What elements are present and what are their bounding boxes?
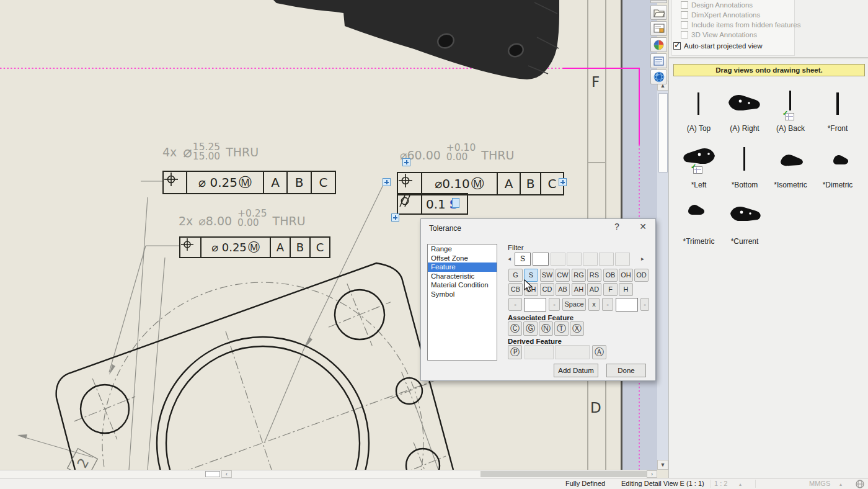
- feature-button-cd[interactable]: CD: [540, 283, 554, 296]
- view-label-trimetric[interactable]: *Trimetric: [674, 237, 724, 246]
- feature-button-f[interactable]: F: [603, 283, 618, 296]
- dimension-60[interactable]: ⌀60.00 +0.10 0.00 THRU: [400, 143, 514, 162]
- filter-scroll-left-icon[interactable]: ◄: [506, 254, 513, 265]
- checkbox-dimxpert-annotations[interactable]: DimXpert Annotations: [681, 11, 760, 19]
- x-button[interactable]: x: [588, 298, 600, 311]
- dialog-close-button[interactable]: ✕: [635, 222, 651, 231]
- feature-button-rg[interactable]: RG: [572, 269, 586, 282]
- view-thumb-isometric[interactable]: [778, 152, 805, 169]
- dash-button[interactable]: -: [549, 298, 560, 311]
- feature-button-ab[interactable]: AB: [556, 283, 570, 296]
- add-datum-button[interactable]: Add Datum: [554, 364, 598, 377]
- view-thumb-dimetric[interactable]: [831, 153, 850, 169]
- list-item-offset-zone[interactable]: Offset Zone: [428, 254, 497, 263]
- hscroll-thumb[interactable]: [480, 471, 647, 477]
- derived-circle-p-button[interactable]: Ⓟ: [508, 345, 522, 359]
- scale-dropdown-icon[interactable]: ▴: [739, 482, 742, 487]
- feature-button-h[interactable]: H: [619, 283, 633, 296]
- feature-control-frame-1[interactable]: ⌀ 0.25Ⓜ A B C: [162, 171, 336, 194]
- scroll-left-button[interactable]: ‹: [221, 470, 232, 478]
- list-item-symbol[interactable]: Symbol: [428, 290, 497, 299]
- annotation-handle[interactable]: [383, 178, 391, 186]
- checkbox-3d-view-annotations[interactable]: 3D View Annotations: [681, 31, 757, 38]
- vscroll-thumb[interactable]: [658, 93, 668, 173]
- list-item-feature-selected[interactable]: Feature: [428, 262, 497, 272]
- checkbox-include-hidden[interactable]: Include items from hidden features: [681, 21, 800, 29]
- annotation-handle[interactable]: [559, 178, 567, 186]
- view-label-back[interactable]: (A) Back: [766, 124, 815, 133]
- custom-properties-tab[interactable]: [650, 53, 667, 68]
- feature-button-cw[interactable]: CW: [556, 269, 570, 282]
- view-label-bottom[interactable]: *Bottom: [720, 181, 769, 189]
- assoc-circle-x-button[interactable]: Ⓧ: [570, 321, 584, 336]
- assoc-circle-n-button[interactable]: Ⓝ: [539, 321, 553, 336]
- filter-empty-cell[interactable]: [533, 253, 549, 266]
- dash-button[interactable]: -: [602, 298, 613, 311]
- taskpane-tab-partial[interactable]: [650, 0, 667, 3]
- appearances-tab[interactable]: [650, 37, 667, 52]
- filter-scroll-right-icon[interactable]: ►: [639, 254, 646, 265]
- derived-circle-a-button[interactable]: Ⓐ: [592, 345, 606, 359]
- dash-button[interactable]: -: [508, 298, 522, 311]
- feature-button-oh[interactable]: OH: [619, 269, 633, 282]
- checkbox-design-annotations[interactable]: Design Annotations: [681, 1, 753, 9]
- view-label-isometric[interactable]: *Isometric: [766, 181, 815, 189]
- view-thumb-left[interactable]: [681, 146, 717, 166]
- scroll-down-button[interactable]: ▼: [657, 460, 668, 470]
- annotation-handle[interactable]: [402, 158, 410, 166]
- separator-input[interactable]: [616, 298, 638, 312]
- checkbox-box[interactable]: [681, 11, 688, 19]
- feature-button-rs[interactable]: RS: [587, 269, 601, 282]
- tags-globe-icon[interactable]: [856, 480, 864, 488]
- feature-control-frame-2[interactable]: ⌀ 0.25Ⓜ A B C: [179, 236, 330, 258]
- view-label-current[interactable]: *Current: [720, 237, 769, 246]
- space-button[interactable]: Space: [562, 298, 586, 311]
- horizontal-scrollbar[interactable]: ‹ ›: [0, 470, 657, 478]
- feature-button-ob[interactable]: OB: [603, 269, 618, 282]
- dimension-4x-15[interactable]: 4x ⌀ 15.25 15.00 THRU: [162, 143, 259, 161]
- feature-button-sw[interactable]: SW: [540, 269, 554, 282]
- assoc-circle-c-button[interactable]: Ⓒ: [508, 321, 522, 336]
- forum-tab[interactable]: [650, 70, 667, 84]
- done-button[interactable]: Done: [606, 364, 646, 377]
- status-units-mmgs[interactable]: MMGS: [809, 480, 830, 487]
- view-thumb-bottom[interactable]: [743, 146, 746, 174]
- view-label-right[interactable]: (A) Right: [720, 124, 769, 133]
- checkbox-auto-start-projected[interactable]: ✓ Auto-start projected view: [673, 42, 763, 50]
- vertical-scrollbar[interactable]: ▲ ▼: [657, 81, 668, 470]
- scroll-right-button[interactable]: ›: [647, 470, 657, 478]
- list-item-material-condition[interactable]: Material Condition: [428, 280, 497, 290]
- list-item-range[interactable]: Range: [428, 244, 497, 254]
- view-thumb-trimetric[interactable]: [686, 202, 706, 220]
- assoc-circle-t-button[interactable]: Ⓣ: [554, 321, 569, 336]
- feature-button-od[interactable]: OD: [634, 269, 649, 282]
- feature-control-frame-3-selected[interactable]: ⌀0.10Ⓜ A B C: [397, 172, 564, 195]
- view-thumb-current[interactable]: [728, 205, 763, 223]
- status-sheet-scale[interactable]: 1 : 2: [714, 480, 727, 487]
- annotation-handle[interactable]: [391, 213, 399, 222]
- feature-button-ah[interactable]: AH: [572, 283, 586, 296]
- separator-input[interactable]: [524, 298, 546, 312]
- checkbox-box-checked[interactable]: ✓: [673, 42, 681, 50]
- view-label-top[interactable]: (A) Top: [674, 124, 724, 133]
- view-thumb-back[interactable]: [789, 90, 792, 114]
- tolerance-dialog[interactable]: Tolerance ? ✕ Range Offset Zone Feature …: [420, 218, 656, 381]
- dialog-help-button[interactable]: ?: [609, 222, 625, 231]
- view-thumb-top[interactable]: [697, 92, 701, 118]
- view-thumb-front[interactable]: [836, 92, 840, 118]
- pane-splitter-handle[interactable]: [205, 471, 220, 477]
- file-explorer-tab[interactable]: [650, 5, 667, 20]
- filter-value-cell[interactable]: S: [515, 253, 531, 266]
- checkbox-box[interactable]: [681, 21, 688, 29]
- tolerance-edit-cell[interactable]: 0.1 S: [421, 194, 467, 213]
- dash-button[interactable]: -: [640, 298, 649, 311]
- list-item-characteristic[interactable]: Characteristic: [428, 272, 497, 281]
- dimension-2x-8[interactable]: 2x ⌀8.00 +0.25 0.00 THRU: [179, 209, 306, 228]
- view-label-front[interactable]: *Front: [813, 124, 862, 133]
- checkbox-box[interactable]: [681, 1, 688, 9]
- feature-button-g[interactable]: G: [508, 269, 523, 282]
- tolerance-category-list[interactable]: Range Offset Zone Feature Characteristic…: [427, 244, 497, 361]
- feature-button-ad[interactable]: AD: [587, 283, 601, 296]
- units-dropdown-icon[interactable]: ▴: [839, 482, 842, 487]
- view-thumb-right[interactable]: [727, 93, 763, 113]
